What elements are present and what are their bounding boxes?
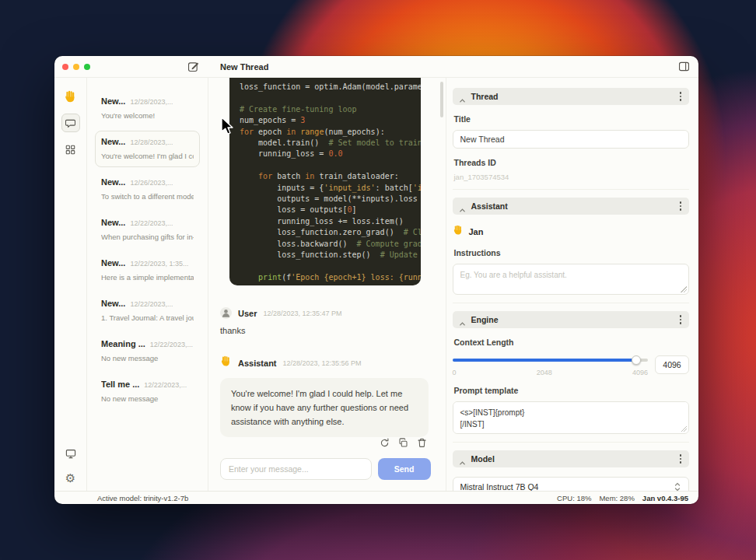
chevron-up-icon xyxy=(459,93,466,100)
assistant-avatar-hand-icon xyxy=(220,355,232,370)
mem-usage: Mem: 28% xyxy=(599,494,634,502)
thread-title: New... xyxy=(101,177,125,187)
context-length-value[interactable]: 4096 xyxy=(655,355,689,374)
context-length-slider[interactable] xyxy=(453,355,649,365)
thread-date: 12/22/2023,... xyxy=(150,341,193,348)
user-avatar xyxy=(220,307,232,319)
thread-preview: 1. Travel Journal: A travel journ... xyxy=(101,313,194,322)
thread-preview: No new message xyxy=(101,354,194,362)
model-menu-dots-icon[interactable] xyxy=(678,453,684,465)
assistant-section-header[interactable]: Assistant xyxy=(453,198,690,215)
app-version: Jan v0.4.3-95 xyxy=(642,494,688,502)
delete-trash-icon[interactable] xyxy=(416,437,428,449)
mouse-cursor xyxy=(220,117,236,137)
threads-id-label: Threads ID xyxy=(454,158,688,167)
thread-date: 12/28/2023,... xyxy=(130,98,173,106)
system-monitor-icon[interactable] xyxy=(63,446,79,461)
chat-scrollbar-thumb[interactable] xyxy=(440,82,443,117)
code-block: loss_function = optim.Adam(model.paramet… xyxy=(229,78,421,285)
regenerate-icon[interactable] xyxy=(379,437,390,449)
copy-icon[interactable] xyxy=(397,437,409,449)
thread-list-item[interactable]: New... 12/22/2023, 1:35... Here is a sim… xyxy=(95,252,200,289)
thread-list-item[interactable]: New... 12/26/2023,... To switch to a dif… xyxy=(95,171,200,208)
close-window-button[interactable] xyxy=(62,64,68,70)
title-label: Title xyxy=(454,114,688,124)
model-section-header[interactable]: Model xyxy=(453,450,690,467)
message-input[interactable] xyxy=(220,458,372,480)
message-timestamp: 12/28/2023, 12:35:47 PM xyxy=(263,310,341,317)
send-button[interactable]: Send xyxy=(378,458,431,480)
resize-handle-icon[interactable] xyxy=(681,425,687,432)
assistant-hand-icon xyxy=(453,225,464,239)
select-stepper-icon xyxy=(674,481,681,491)
thread-list-item[interactable]: New... 12/28/2023,... You're welcome! I'… xyxy=(95,131,200,167)
hub-grid-nav-icon[interactable] xyxy=(63,142,79,157)
new-thread-compose-icon[interactable] xyxy=(187,60,200,73)
assistant-message-bubble: You're welcome! I'm glad I could help. L… xyxy=(220,378,429,437)
thread-section-header[interactable]: Thread xyxy=(453,88,690,105)
engine-section-header[interactable]: Engine xyxy=(453,311,690,328)
resize-handle-icon[interactable] xyxy=(681,286,687,292)
composer-area: Send xyxy=(208,437,446,491)
assistant-menu-dots-icon[interactable] xyxy=(678,200,684,212)
main-area: ⚙ New... 12/28/2023,... You're welcome! … xyxy=(54,78,698,491)
assistant-section: Assistant xyxy=(453,189,690,295)
toggle-right-panel-icon[interactable] xyxy=(677,60,691,73)
thread-title: New... xyxy=(101,137,125,146)
thread-list-item[interactable]: New... 12/22/2023,... When purchasing gi… xyxy=(95,212,200,248)
thread-date: 12/22/2023,... xyxy=(144,381,187,389)
assistant-name: Jan xyxy=(469,227,484,236)
prompt-template-label: Prompt template xyxy=(454,386,688,395)
selected-model: Mistral Instruct 7B Q4 xyxy=(460,482,539,491)
right-settings-panel: Thread Title Threads ID jan_1703574534 A… xyxy=(446,78,699,491)
thread-date: 12/28/2023,... xyxy=(130,138,173,146)
traffic-lights xyxy=(62,64,90,70)
thread-title: New... xyxy=(101,299,125,308)
thread-title-input[interactable] xyxy=(453,130,690,149)
cpu-usage: CPU: 18% xyxy=(557,494,591,502)
instructions-textarea[interactable] xyxy=(453,264,690,295)
message-author: User xyxy=(238,309,257,318)
threads-id-value: jan_1703574534 xyxy=(454,173,688,181)
model-section: Model Mistral Instruct 7B Q4 Max Tokens xyxy=(453,442,690,491)
slider-tick-labels: 020484096 xyxy=(453,369,649,376)
thread-title: New... xyxy=(101,258,125,268)
chevron-up-icon xyxy=(459,317,466,324)
thread-preview: You're welcome! I'm glad I cou... xyxy=(101,152,194,160)
engine-menu-dots-icon[interactable] xyxy=(678,313,684,326)
thread-preview: No new message xyxy=(101,394,194,403)
slider-handle[interactable] xyxy=(632,355,641,365)
thread-preview: When purchasing gifts for in-... xyxy=(101,233,194,241)
thread-preview: You're welcome! xyxy=(101,111,194,120)
chevron-up-icon xyxy=(459,456,466,463)
chat-column: loss_function = optim.Adam(model.paramet… xyxy=(208,78,446,491)
status-bar: Active model: trinity-v1.2-7b CPU: 18% M… xyxy=(54,491,698,504)
settings-gear-icon[interactable]: ⚙ xyxy=(63,471,79,486)
thread-list-item[interactable]: New... 12/28/2023,... You're welcome! xyxy=(95,90,200,127)
left-rail: ⚙ xyxy=(54,78,87,491)
zoom-window-button[interactable] xyxy=(84,64,90,70)
prompt-template-textarea[interactable]: <s>[INST]{prompt} [/INST] xyxy=(453,401,690,434)
thread-date: 12/22/2023,... xyxy=(130,300,173,308)
thread-date: 12/26/2023,... xyxy=(130,179,173,187)
thread-list: New... 12/28/2023,... You're welcome! Ne… xyxy=(87,78,208,491)
user-message-text: thanks xyxy=(220,326,429,335)
thread-preview: Here is a simple implementati... xyxy=(101,273,194,282)
threads-nav-icon[interactable] xyxy=(61,114,80,132)
thread-list-item[interactable]: Meaning ... 12/22/2023,... No new messag… xyxy=(95,333,200,369)
model-select[interactable]: Mistral Instruct 7B Q4 xyxy=(453,477,690,491)
thread-list-item[interactable]: New... 12/22/2023,... 1. Travel Journal:… xyxy=(95,292,200,329)
wave-hand-logo-icon[interactable] xyxy=(63,89,79,104)
thread-title: Tell me ... xyxy=(101,380,139,389)
message-timestamp: 12/28/2023, 12:35:56 PM xyxy=(283,359,362,367)
active-model-status: Active model: trinity-v1.2-7b xyxy=(97,494,188,502)
messages: User 12/28/2023, 12:35:47 PM thanks xyxy=(208,285,446,437)
minimize-window-button[interactable] xyxy=(73,64,79,70)
thread-menu-dots-icon[interactable] xyxy=(678,90,684,103)
thread-title: Meaning ... xyxy=(101,339,145,348)
chevron-up-icon xyxy=(459,203,466,210)
thread-list-item[interactable]: Tell me ... 12/22/2023,... No new messag… xyxy=(95,373,200,410)
titlebar: New Thread xyxy=(54,56,698,78)
thread-section: Thread Title Threads ID jan_1703574534 xyxy=(453,88,690,181)
window-title: New Thread xyxy=(220,62,268,72)
